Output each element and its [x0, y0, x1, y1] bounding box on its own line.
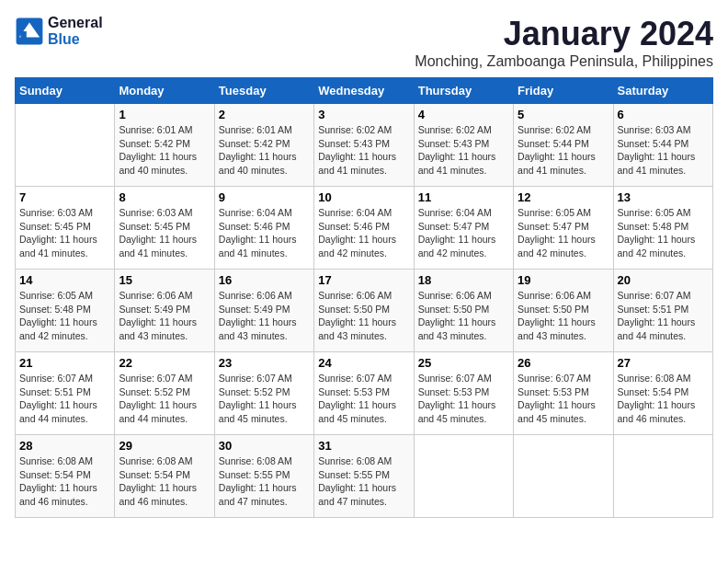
day-number: 14	[19, 273, 110, 287]
day-info: Sunrise: 6:03 AM Sunset: 5:45 PM Dayligh…	[119, 206, 210, 260]
calendar-cell: 5Sunrise: 6:02 AM Sunset: 5:44 PM Daylig…	[514, 104, 613, 187]
day-number: 13	[618, 190, 709, 204]
day-number: 4	[418, 108, 509, 121]
day-info: Sunrise: 6:07 AM Sunset: 5:53 PM Dayligh…	[318, 372, 409, 426]
day-number: 2	[219, 108, 310, 121]
calendar-cell: 21Sunrise: 6:07 AM Sunset: 5:51 PM Dayli…	[16, 352, 115, 435]
calendar-cell	[613, 435, 712, 518]
day-number: 6	[618, 108, 709, 121]
day-number: 17	[318, 273, 409, 287]
calendar-cell: 10Sunrise: 6:04 AM Sunset: 5:46 PM Dayli…	[314, 187, 414, 270]
day-info: Sunrise: 6:07 AM Sunset: 5:51 PM Dayligh…	[19, 372, 110, 426]
calendar-cell: 14Sunrise: 6:05 AM Sunset: 5:48 PM Dayli…	[16, 270, 115, 352]
calendar-cell: 3Sunrise: 6:02 AM Sunset: 5:43 PM Daylig…	[314, 104, 414, 187]
calendar-cell: 24Sunrise: 6:07 AM Sunset: 5:53 PM Dayli…	[314, 352, 414, 435]
logo: General Blue	[15, 15, 103, 48]
weekday-header: Wednesday	[314, 78, 414, 104]
day-info: Sunrise: 6:08 AM Sunset: 5:54 PM Dayligh…	[119, 454, 210, 509]
location-title: Monching, Zamboanga Peninsula, Philippin…	[415, 53, 713, 70]
calendar-cell: 31Sunrise: 6:08 AM Sunset: 5:55 PM Dayli…	[314, 435, 414, 518]
day-number: 31	[318, 439, 409, 453]
day-info: Sunrise: 6:02 AM Sunset: 5:43 PM Dayligh…	[318, 123, 409, 178]
calendar-cell: 18Sunrise: 6:06 AM Sunset: 5:50 PM Dayli…	[414, 270, 513, 352]
calendar-cell: 13Sunrise: 6:05 AM Sunset: 5:48 PM Dayli…	[613, 187, 712, 270]
calendar-week-row: 7Sunrise: 6:03 AM Sunset: 5:45 PM Daylig…	[16, 187, 713, 270]
calendar-cell: 7Sunrise: 6:03 AM Sunset: 5:45 PM Daylig…	[16, 187, 115, 270]
month-title: January 2024	[415, 15, 713, 53]
day-number: 30	[219, 439, 310, 453]
calendar-week-row: 28Sunrise: 6:08 AM Sunset: 5:54 PM Dayli…	[16, 435, 713, 518]
day-number: 1	[119, 108, 210, 121]
day-number: 19	[518, 273, 609, 287]
day-number: 28	[19, 439, 110, 453]
day-number: 25	[418, 356, 509, 370]
calendar-cell: 26Sunrise: 6:07 AM Sunset: 5:53 PM Dayli…	[514, 352, 613, 435]
day-number: 26	[518, 356, 609, 370]
calendar-cell	[414, 435, 513, 518]
calendar-cell: 6Sunrise: 6:03 AM Sunset: 5:44 PM Daylig…	[613, 104, 712, 187]
calendar-cell: 11Sunrise: 6:04 AM Sunset: 5:47 PM Dayli…	[414, 187, 513, 270]
day-info: Sunrise: 6:03 AM Sunset: 5:45 PM Dayligh…	[19, 206, 110, 260]
day-info: Sunrise: 6:06 AM Sunset: 5:50 PM Dayligh…	[418, 289, 509, 343]
day-info: Sunrise: 6:04 AM Sunset: 5:46 PM Dayligh…	[219, 206, 310, 260]
logo-text: General Blue	[48, 15, 103, 48]
svg-rect-2	[20, 31, 26, 39]
calendar-cell: 2Sunrise: 6:01 AM Sunset: 5:42 PM Daylig…	[214, 104, 313, 187]
weekday-header: Sunday	[16, 78, 115, 104]
calendar-cell	[514, 435, 613, 518]
calendar-cell: 28Sunrise: 6:08 AM Sunset: 5:54 PM Dayli…	[16, 435, 115, 518]
day-info: Sunrise: 6:06 AM Sunset: 5:49 PM Dayligh…	[219, 289, 310, 343]
calendar-week-row: 21Sunrise: 6:07 AM Sunset: 5:51 PM Dayli…	[16, 352, 713, 435]
day-info: Sunrise: 6:07 AM Sunset: 5:53 PM Dayligh…	[418, 372, 509, 426]
day-number: 27	[618, 356, 709, 370]
day-info: Sunrise: 6:06 AM Sunset: 5:50 PM Dayligh…	[318, 289, 409, 343]
day-info: Sunrise: 6:06 AM Sunset: 5:50 PM Dayligh…	[518, 289, 609, 343]
day-number: 16	[219, 273, 310, 287]
day-info: Sunrise: 6:07 AM Sunset: 5:52 PM Dayligh…	[119, 372, 210, 426]
calendar-cell: 29Sunrise: 6:08 AM Sunset: 5:54 PM Dayli…	[115, 435, 214, 518]
day-number: 29	[119, 439, 210, 453]
day-number: 22	[119, 356, 210, 370]
day-info: Sunrise: 6:08 AM Sunset: 5:54 PM Dayligh…	[19, 454, 110, 509]
day-info: Sunrise: 6:07 AM Sunset: 5:53 PM Dayligh…	[518, 372, 609, 426]
calendar-table: SundayMondayTuesdayWednesdayThursdayFrid…	[15, 77, 713, 518]
logo-icon	[15, 17, 44, 46]
day-number: 20	[618, 273, 709, 287]
calendar-cell: 17Sunrise: 6:06 AM Sunset: 5:50 PM Dayli…	[314, 270, 414, 352]
day-number: 9	[219, 190, 310, 204]
calendar-cell: 1Sunrise: 6:01 AM Sunset: 5:42 PM Daylig…	[115, 104, 214, 187]
day-number: 12	[518, 190, 609, 204]
calendar-week-row: 1Sunrise: 6:01 AM Sunset: 5:42 PM Daylig…	[16, 104, 713, 187]
weekday-header-row: SundayMondayTuesdayWednesdayThursdayFrid…	[16, 78, 713, 104]
calendar-cell: 19Sunrise: 6:06 AM Sunset: 5:50 PM Dayli…	[514, 270, 613, 352]
calendar-cell: 25Sunrise: 6:07 AM Sunset: 5:53 PM Dayli…	[414, 352, 513, 435]
day-info: Sunrise: 6:06 AM Sunset: 5:49 PM Dayligh…	[119, 289, 210, 343]
day-info: Sunrise: 6:02 AM Sunset: 5:43 PM Dayligh…	[418, 123, 509, 178]
day-number: 21	[19, 356, 110, 370]
calendar-cell: 20Sunrise: 6:07 AM Sunset: 5:51 PM Dayli…	[613, 270, 712, 352]
calendar-cell: 12Sunrise: 6:05 AM Sunset: 5:47 PM Dayli…	[514, 187, 613, 270]
day-info: Sunrise: 6:05 AM Sunset: 5:47 PM Dayligh…	[518, 206, 609, 260]
calendar-cell	[16, 104, 115, 187]
calendar-cell: 15Sunrise: 6:06 AM Sunset: 5:49 PM Dayli…	[115, 270, 214, 352]
day-info: Sunrise: 6:08 AM Sunset: 5:54 PM Dayligh…	[618, 372, 709, 426]
day-number: 11	[418, 190, 509, 204]
day-info: Sunrise: 6:08 AM Sunset: 5:55 PM Dayligh…	[219, 454, 310, 509]
title-area: January 2024 Monching, Zamboanga Peninsu…	[415, 15, 713, 70]
day-number: 24	[318, 356, 409, 370]
calendar-cell: 27Sunrise: 6:08 AM Sunset: 5:54 PM Dayli…	[613, 352, 712, 435]
day-info: Sunrise: 6:03 AM Sunset: 5:44 PM Dayligh…	[618, 123, 709, 178]
day-number: 10	[318, 190, 409, 204]
day-info: Sunrise: 6:01 AM Sunset: 5:42 PM Dayligh…	[119, 123, 210, 178]
weekday-header: Tuesday	[214, 78, 313, 104]
weekday-header: Monday	[115, 78, 214, 104]
calendar-cell: 16Sunrise: 6:06 AM Sunset: 5:49 PM Dayli…	[214, 270, 313, 352]
calendar-cell: 4Sunrise: 6:02 AM Sunset: 5:43 PM Daylig…	[414, 104, 513, 187]
weekday-header: Thursday	[414, 78, 513, 104]
day-info: Sunrise: 6:02 AM Sunset: 5:44 PM Dayligh…	[518, 123, 609, 178]
day-info: Sunrise: 6:08 AM Sunset: 5:55 PM Dayligh…	[318, 454, 409, 509]
day-number: 8	[119, 190, 210, 204]
day-number: 15	[119, 273, 210, 287]
calendar-week-row: 14Sunrise: 6:05 AM Sunset: 5:48 PM Dayli…	[16, 270, 713, 352]
header: General Blue January 2024 Monching, Zamb…	[15, 15, 713, 70]
